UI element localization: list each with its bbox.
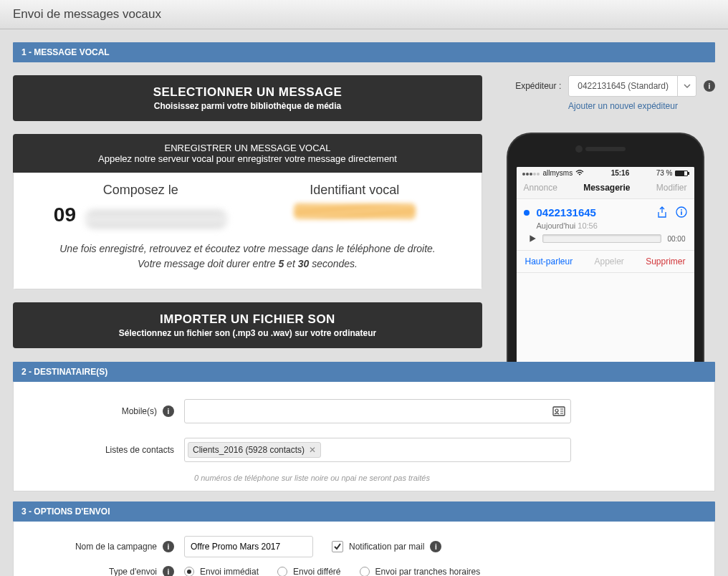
play-icon[interactable]: [528, 234, 537, 243]
expeditor-select[interactable]: 0422131645 (Standard): [568, 75, 696, 97]
phone-speaker: [585, 147, 626, 151]
tab-annonce[interactable]: Annonce: [524, 183, 557, 193]
import-file-box[interactable]: IMPORTER UN FICHIER SON Sélectionnez un …: [13, 302, 482, 348]
voicemail-actions: Haut-parleur Appeler Supprimer: [517, 251, 694, 273]
blacklist-note: 0 numéros de téléphone sur liste noire o…: [194, 474, 701, 482]
info-icon[interactable]: i: [704, 80, 715, 92]
notif-checkbox-group[interactable]: Notification par mail i: [332, 541, 441, 552]
voicemail-time: 10:56: [578, 221, 598, 230]
import-file-sub: Sélectionnez un fichier son (.mp3 ou .wa…: [26, 328, 469, 338]
section3-header: 3 - OPTIONS D'ENVOI: [13, 501, 715, 522]
add-expeditor-link[interactable]: Ajouter un nouvel expéditeur: [531, 101, 715, 111]
section2-header: 2 - DESTINATAIRE(S): [13, 362, 715, 382]
compose-column: Composez le 09: [34, 183, 248, 229]
svg-point-4: [555, 409, 558, 412]
tab-messagerie[interactable]: Messagerie: [583, 183, 630, 193]
notif-label: Notification par mail: [349, 542, 424, 552]
select-message-sub: Choisissez parmi votre bibliothèque de m…: [26, 101, 469, 111]
voicemail-day: Aujourd'hui: [537, 221, 576, 230]
phone-preview: allmysms 15:16 73 % Annonce Messagerie M…: [507, 133, 704, 362]
expeditor-label: Expéditeur :: [515, 81, 561, 91]
unread-dot-icon: [524, 210, 530, 216]
info-circle-icon[interactable]: [676, 206, 687, 218]
page-header: Envoi de messages vocaux: [0, 0, 728, 29]
import-file-title: IMPORTER UN FICHIER SON: [26, 312, 469, 327]
speaker-button[interactable]: Haut-parleur: [525, 256, 573, 267]
vocal-id-column: Identifiant vocal: [248, 183, 462, 221]
campaign-label: Nom de la campagne: [75, 542, 157, 552]
info-icon[interactable]: i: [163, 541, 174, 552]
section1-left-col: SELECTIONNER UN MESSAGE Choisissez parmi…: [13, 75, 482, 362]
lists-label: Listes de contacts: [105, 445, 174, 455]
record-message-sub: Appelez notre serveur vocal pour enregis…: [26, 153, 469, 164]
compose-number-prefix: 09: [54, 203, 76, 226]
compose-label: Composez le: [34, 183, 248, 198]
radio-slots[interactable]: Envoi par tranches horaires: [360, 567, 481, 576]
call-button[interactable]: Appeler: [594, 256, 623, 267]
checkbox-icon: [332, 541, 343, 552]
section3-body: Nom de la campagne i Notification par ma…: [13, 522, 715, 576]
carrier-name: allmysms: [543, 169, 573, 177]
expeditor-row: Expéditeur : 0422131645 (Standard) i: [495, 75, 715, 97]
record-message-title: ENREGISTRER UN MESSAGE VOCAL: [26, 143, 469, 153]
tab-modifier[interactable]: Modifier: [656, 183, 687, 193]
radio-icon: [277, 567, 287, 576]
section1-header: 1 - MESSAGE VOCAL: [13, 42, 715, 62]
page-title: Envoi de messages vocaux: [13, 7, 715, 21]
lists-row: Listes de contacts Clients_2016 (5928 co…: [27, 431, 701, 469]
mobiles-row: Mobile(s) i: [27, 392, 701, 431]
chevron-down-icon: [677, 76, 696, 96]
info-icon[interactable]: i: [163, 405, 174, 417]
expeditor-select-value: 0422131645 (Standard): [569, 76, 677, 96]
record-message-header: ENREGISTRER UN MESSAGE VOCAL Appelez not…: [13, 134, 482, 173]
chip-remove-icon[interactable]: ✕: [309, 445, 316, 455]
main-container: 1 - MESSAGE VOCAL SELECTIONNER UN MESSAG…: [0, 29, 728, 576]
select-message-box[interactable]: SELECTIONNER UN MESSAGE Choisissez parmi…: [13, 75, 482, 121]
delete-button[interactable]: Supprimer: [646, 256, 685, 267]
lists-input[interactable]: Clients_2016 (5928 contacts) ✕: [184, 438, 571, 462]
record-message-box: ENREGISTRER UN MESSAGE VOCAL Appelez not…: [13, 134, 482, 289]
campaign-row: Nom de la campagne i Notification par ma…: [27, 532, 701, 562]
playback-duration: 00:00: [667, 235, 685, 243]
record-message-body: Composez le 09 Identifiant vocal: [13, 173, 482, 289]
mobiles-label: Mobile(s): [122, 406, 157, 416]
voicemail-item[interactable]: 0422131645 Aujourd'hui 10:56 00:0: [517, 199, 694, 251]
phone-time: 15:16: [611, 169, 630, 177]
redacted-vocal-id: [294, 203, 416, 219]
campaign-input[interactable]: [184, 536, 313, 557]
phone-camera: [575, 145, 583, 153]
share-icon[interactable]: [657, 206, 667, 218]
section2-body: Mobile(s) i Listes de contacts Clients_2…: [13, 382, 715, 491]
radio-icon: [360, 567, 370, 576]
send-type-label: Type d'envoi: [109, 567, 157, 576]
phone-status-bar: allmysms 15:16 73 %: [517, 167, 694, 178]
section1-right-col: Expéditeur : 0422131645 (Standard) i Ajo…: [495, 75, 715, 362]
redacted-phone-number: [85, 210, 228, 229]
info-icon[interactable]: i: [163, 566, 174, 576]
select-message-title: SELECTIONNER UN MESSAGE: [26, 85, 469, 100]
battery-icon: [675, 171, 688, 176]
svg-point-1: [681, 209, 682, 211]
radio-icon: [184, 567, 194, 576]
voicemail-tabs: Annonce Messagerie Modifier: [517, 178, 694, 199]
svg-rect-2: [681, 211, 682, 215]
playback-progress[interactable]: [542, 234, 662, 243]
contact-list-chip: Clients_2016 (5928 contacts) ✕: [188, 442, 321, 458]
send-type-row: Type d'envoi i Envoi immédiat Envoi diff…: [27, 562, 701, 576]
radio-deferred[interactable]: Envoi différé: [277, 567, 341, 576]
chip-label: Clients_2016 (5928 contacts): [193, 445, 305, 455]
battery-pct: 73 %: [656, 169, 673, 177]
mobiles-input[interactable]: [184, 399, 571, 423]
section1-body: SELECTIONNER UN MESSAGE Choisissez parmi…: [13, 75, 715, 362]
vocal-id-label: Identifiant vocal: [248, 183, 462, 198]
record-info: Une fois enregistré, retrouvez et écoute…: [34, 241, 461, 272]
info-icon[interactable]: i: [430, 541, 441, 552]
signal-dots-icon: [522, 169, 540, 177]
phone-screen: allmysms 15:16 73 % Annonce Messagerie M…: [517, 167, 694, 362]
radio-immediate[interactable]: Envoi immédiat: [184, 567, 259, 576]
contacts-icon[interactable]: [552, 406, 565, 416]
wifi-icon: [575, 170, 584, 176]
